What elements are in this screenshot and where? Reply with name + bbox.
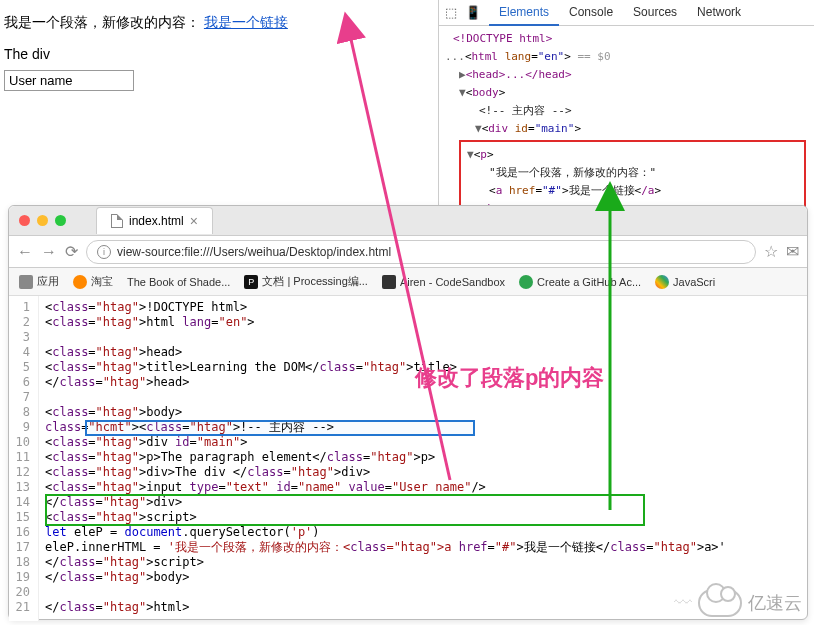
- tab-sources[interactable]: Sources: [623, 0, 687, 26]
- tab-network[interactable]: Network: [687, 0, 751, 26]
- div-text: The div: [4, 46, 424, 62]
- devtools-toolbar: ⬚ 📱 Elements Console Sources Network: [439, 0, 814, 26]
- processing-icon: P: [244, 275, 258, 289]
- maximize-window-button[interactable]: [55, 215, 66, 226]
- watermark-text: 亿速云: [748, 591, 802, 615]
- forward-button[interactable]: →: [41, 243, 57, 261]
- extension-icon[interactable]: ✉: [786, 242, 799, 261]
- paragraph-text: 我是一个段落，新修改的内容：: [4, 14, 200, 30]
- window-titlebar: index.html ×: [9, 206, 807, 236]
- chrome-icon: [655, 275, 669, 289]
- address-bar-row: ← → ⟳ i view-source:file:///Users/weihua…: [9, 236, 807, 268]
- tab-title: index.html: [129, 214, 184, 228]
- line-numbers: 123456789101112131415161718192021: [9, 296, 39, 621]
- cube-icon: [382, 275, 396, 289]
- apps-bookmark[interactable]: 应用: [19, 274, 59, 289]
- tab-elements[interactable]: Elements: [489, 0, 559, 26]
- browser-tab[interactable]: index.html ×: [96, 207, 213, 234]
- taobao-bookmark[interactable]: 淘宝: [73, 274, 113, 289]
- devtools-tabs: Elements Console Sources Network: [489, 0, 751, 26]
- paragraph: 我是一个段落，新修改的内容： 我是一个链接: [4, 14, 424, 32]
- p-source-highlight: [85, 420, 475, 436]
- address-bar[interactable]: i view-source:file:///Users/weihua/Deskt…: [86, 240, 756, 264]
- dom-tree[interactable]: <!DOCTYPE html> ...<html lang="en"> == $…: [439, 26, 814, 230]
- processing-bookmark[interactable]: P文档 | Processing编...: [244, 274, 368, 289]
- inspect-icon[interactable]: ⬚: [445, 5, 457, 20]
- star-icon[interactable]: ☆: [764, 242, 778, 261]
- bookmarks-bar: 应用 淘宝 The Book of Shade... P文档 | Process…: [9, 268, 807, 296]
- tab-console[interactable]: Console: [559, 0, 623, 26]
- reload-button[interactable]: ⟳: [65, 242, 78, 261]
- github-bookmark[interactable]: Create a GitHub Ac...: [519, 275, 641, 289]
- annotation-label: 修改了段落p的内容: [415, 363, 604, 393]
- rendered-page: 我是一个段落，新修改的内容： 我是一个链接 The div: [4, 14, 424, 91]
- devtools-panel: ⬚ 📱 Elements Console Sources Network <!D…: [438, 0, 814, 210]
- url-text: view-source:file:///Users/weihua/Desktop…: [117, 245, 391, 259]
- script-source-highlight: [45, 494, 645, 526]
- back-button[interactable]: ←: [17, 243, 33, 261]
- site-info-icon[interactable]: i: [97, 245, 111, 259]
- github-icon: [519, 275, 533, 289]
- file-icon: [111, 214, 123, 228]
- javascript-bookmark[interactable]: JavaScri: [655, 275, 715, 289]
- paragraph-link[interactable]: 我是一个链接: [204, 14, 288, 30]
- close-window-button[interactable]: [19, 215, 30, 226]
- taobao-icon: [73, 275, 87, 289]
- shader-bookmark[interactable]: The Book of Shade...: [127, 276, 230, 288]
- doctype-node: <!DOCTYPE html>: [453, 32, 552, 45]
- name-input[interactable]: [4, 70, 134, 91]
- traffic-lights: [19, 215, 66, 226]
- apps-icon: [19, 275, 33, 289]
- browser-window: index.html × ← → ⟳ i view-source:file://…: [8, 205, 808, 620]
- codesandbox-bookmark[interactable]: Airen - CodeSandbox: [382, 275, 505, 289]
- watermark: 〰 亿速云: [674, 589, 802, 617]
- source-code[interactable]: <class="htag">!DOCTYPE html><class="htag…: [39, 296, 807, 621]
- view-source: 123456789101112131415161718192021 <class…: [9, 296, 807, 621]
- browser-tabs: index.html ×: [96, 207, 213, 234]
- device-icon[interactable]: 📱: [465, 5, 481, 20]
- minimize-window-button[interactable]: [37, 215, 48, 226]
- cloud-icon: [698, 589, 742, 617]
- close-tab-icon[interactable]: ×: [190, 213, 198, 229]
